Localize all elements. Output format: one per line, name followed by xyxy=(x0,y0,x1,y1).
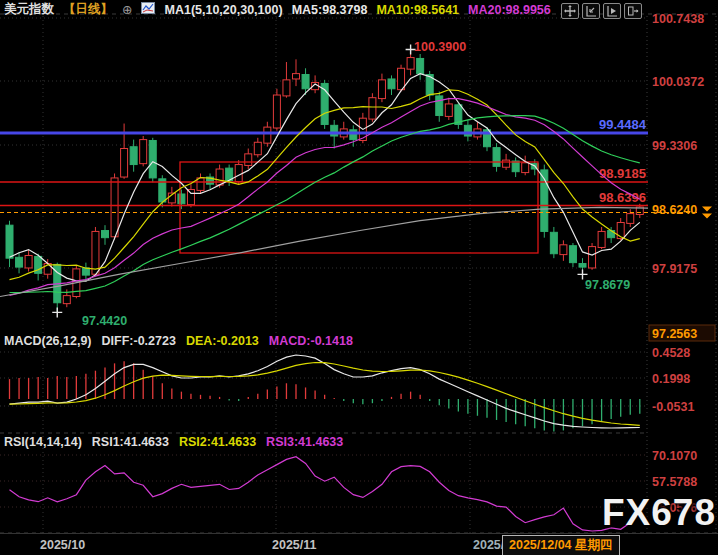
candle xyxy=(264,127,271,143)
month-label-nov: 2025/11 xyxy=(272,538,317,552)
period-label[interactable]: 【日线】 xyxy=(63,1,113,18)
candle xyxy=(82,268,89,275)
candle xyxy=(598,231,605,247)
candle xyxy=(187,190,194,205)
macd-axis-label: 0.4528 xyxy=(652,346,690,360)
candle xyxy=(6,225,13,258)
rsi2-value: RSI2:41.4633 xyxy=(179,435,256,449)
chart-logo-icon[interactable] xyxy=(141,2,155,17)
candle xyxy=(235,165,242,182)
candle xyxy=(627,214,634,224)
scale-right-icon[interactable] xyxy=(603,3,621,19)
candle xyxy=(149,140,156,177)
candle xyxy=(178,194,185,204)
price-axis-label: 97.9175 xyxy=(652,262,697,276)
candle xyxy=(407,58,414,70)
candle xyxy=(111,178,118,237)
pin-icon[interactable]: ⊕ xyxy=(122,2,132,17)
low-price-label: 97.4420 xyxy=(82,314,127,328)
candle xyxy=(560,245,567,255)
macd-value: MACD:-0.1418 xyxy=(269,334,353,348)
time-axis[interactable]: 2025/10 2025/11 2025/ 2025/12/04 星期四 xyxy=(0,533,718,555)
candle xyxy=(589,247,596,268)
candle xyxy=(130,147,137,165)
candle xyxy=(493,148,500,167)
exit-chart-icon[interactable] xyxy=(624,3,642,19)
macd-dea-value: DEA:-0.2013 xyxy=(186,334,259,348)
candle xyxy=(16,257,23,267)
candle xyxy=(302,75,309,89)
price-axis-label: 100.0372 xyxy=(652,75,704,89)
rsi-params: RSI(14,14,14) xyxy=(4,435,82,449)
candle xyxy=(579,264,586,268)
price-axis-label: 99.3306 xyxy=(652,139,697,153)
rsi-axis-label: 57.5788 xyxy=(652,475,697,489)
macd-header: MACD(26,12,9) DIFF:-0.2723 DEA:-0.2013 M… xyxy=(4,334,353,348)
candle xyxy=(25,256,32,268)
candle xyxy=(417,58,424,73)
macd-axis-label: 0.1998 xyxy=(652,372,690,386)
ma10-value: MA10:98.5641 xyxy=(376,3,459,17)
candle xyxy=(293,74,300,79)
candle xyxy=(197,178,204,190)
candle xyxy=(121,149,128,178)
price-axis-label: 100.7438 xyxy=(652,12,704,26)
macd-diff-value: DIFF:-0.2723 xyxy=(102,334,176,348)
candle xyxy=(503,160,510,167)
price-axis-label: 97.2563 xyxy=(652,327,697,341)
candle xyxy=(398,68,405,89)
scale-left-icon[interactable] xyxy=(582,3,600,19)
blue-line-label: 99.4484 xyxy=(599,117,647,132)
watermark: FX678 xyxy=(602,492,716,534)
high-price-label: 100.3900 xyxy=(414,40,466,54)
candle xyxy=(102,231,109,238)
chart-canvas[interactable]: 100.7438100.037299.330698.624097.917597.… xyxy=(0,0,718,555)
candle xyxy=(140,140,147,164)
candle xyxy=(550,232,557,253)
candle xyxy=(63,296,70,304)
move-tool-icon[interactable] xyxy=(561,3,579,19)
candle xyxy=(522,163,529,173)
chart-toolbar xyxy=(561,3,642,19)
candle xyxy=(273,95,280,128)
candle xyxy=(350,130,357,140)
chart-header: 美元指数 【日线】 ⊕ MA1(5,10,20,30,100) MA5:98.3… xyxy=(4,1,551,18)
macd-axis-label: -0.0531 xyxy=(652,400,694,414)
candle xyxy=(388,79,395,89)
candle xyxy=(569,246,576,263)
rsi-axis-label: 70.1070 xyxy=(652,449,697,463)
candle xyxy=(369,98,376,119)
month-label-dec-partial: 2025/ xyxy=(473,538,504,552)
candle xyxy=(445,104,452,116)
candle xyxy=(283,80,290,96)
red-line-label: 98.6396 xyxy=(599,190,646,205)
rsi3-value: RSI3:41.4633 xyxy=(266,435,343,449)
candle xyxy=(378,80,385,99)
candle xyxy=(254,142,261,154)
chart-window: 100.7438100.037299.330698.624097.917597.… xyxy=(0,0,718,555)
macd-params: MACD(26,12,9) xyxy=(4,334,92,348)
candle xyxy=(245,154,252,166)
ma20-value: MA20:98.9956 xyxy=(468,3,551,17)
candle xyxy=(92,231,99,274)
ma5-value: MA5:98.3798 xyxy=(292,3,368,17)
price-axis-label: 98.6240 xyxy=(652,203,697,217)
ma-settings-label: MA1(5,10,20,30,100) xyxy=(164,3,282,17)
rsi-header: RSI(14,14,14) RSI1:41.4633 RSI2:41.4633 … xyxy=(4,435,343,449)
candle xyxy=(436,96,443,116)
month-label-oct: 2025/10 xyxy=(40,538,85,552)
cursor-date-badge: 2025/12/04 星期四 xyxy=(502,535,620,555)
rsi1-value: RSI1:41.4633 xyxy=(92,435,169,449)
symbol-name: 美元指数 xyxy=(4,1,54,18)
low-price-label: 97.8679 xyxy=(585,278,630,292)
